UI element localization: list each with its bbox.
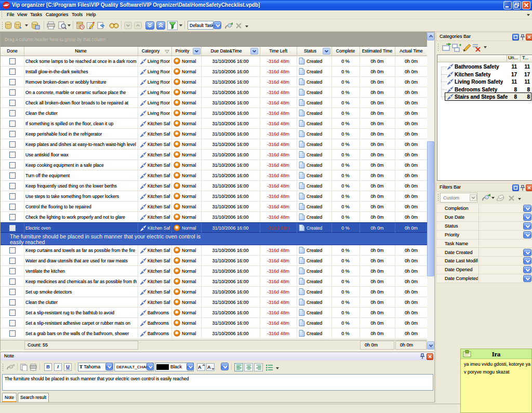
svg-text:A: A (207, 365, 211, 370)
svg-text:A: A (198, 365, 202, 370)
